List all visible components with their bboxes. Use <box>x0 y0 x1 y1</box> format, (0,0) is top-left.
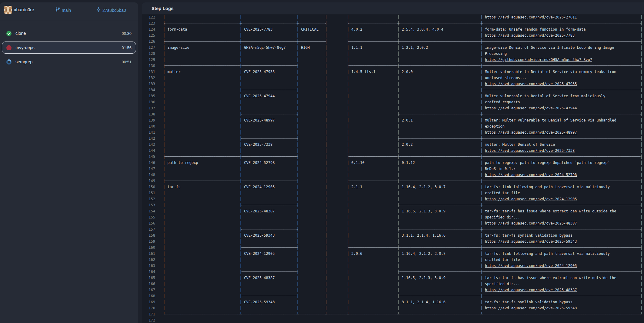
log-line-text: │ │ │ │ │ │ │ exception <box>163 123 642 129</box>
log-line: 141│ │ │ │ │ │ │ https://avd.aquasec.com… <box>142 129 644 135</box>
log-line: 147│ │ │ │ │ │ │ ReDoS in 0.1.x <box>142 166 644 172</box>
log-cell: CVE-2025-48997 <box>244 118 275 122</box>
vuln-link[interactable]: https://avd.aquasec.com/nvd/cve-2025-483… <box>485 221 577 225</box>
log-line: 153│ ├─────────────────────────┤ │ │ ├──… <box>142 202 644 208</box>
log-line-text: │ │ │ │ │ │ │ Processing <box>163 51 642 57</box>
log-line: 157│ ├─────────────────────────┤ │ │ ├──… <box>142 226 644 232</box>
log-cell: tar-fs: tar-fs symlink validation bypass <box>485 233 572 238</box>
step-item-clone[interactable]: clone00:30 <box>2 27 136 39</box>
line-number: 143 <box>142 142 155 148</box>
log-cell: tar-fs <box>167 185 180 189</box>
log-line-text: │ │ CVE-2025-48387 │ │ │ │ 1.16.5, 2.1.3… <box>163 275 642 281</box>
log-line-text: │ ├─────────────────────────┤ │ │ ├─────… <box>163 269 642 275</box>
log-line: 123├──────────────────────────────────┼─… <box>142 20 644 26</box>
log-line: 124│ form-data │ CVE-2025-7783 │ CRITICA… <box>142 26 644 32</box>
log-line: 165│ │ CVE-2025-48387 │ │ │ │ 1.16.5, 2.… <box>142 275 644 281</box>
log-line: 140│ │ │ │ │ │ │ exception <box>142 123 644 129</box>
sidebar-divider <box>0 20 138 20</box>
log-line: 167│ │ │ │ │ │ │ https://avd.aquasec.com… <box>142 287 644 293</box>
line-number: 137 <box>142 105 155 111</box>
log-cell: 3.0.6 <box>351 251 362 256</box>
log-cell: 3.1.1, 2.1.4, 1.16.6 <box>402 233 446 238</box>
line-number: 158 <box>142 232 155 238</box>
vuln-link[interactable]: https://avd.aquasec.com/nvd/cve-2024-527… <box>485 173 577 177</box>
log-line: 134│ ├─────────────────────────┤ │ │ │ ├… <box>142 87 644 93</box>
check-circle-icon <box>6 31 12 36</box>
commit-selector[interactable]: 27a8bd6ba0 <box>96 7 126 13</box>
line-number: 165 <box>142 275 155 281</box>
log-line: 138│ ├─────────────────────────┤ │ │ ├──… <box>142 111 644 117</box>
log-line-text: ├──────────────────────────────────┼────… <box>163 63 642 69</box>
vuln-link[interactable]: https://avd.aquasec.com/nvd/cve-2024-129… <box>485 197 577 201</box>
vuln-link[interactable]: https://avd.aquasec.com/nvd/cve-2025-733… <box>485 148 575 153</box>
log-cell: 0.1.10 <box>351 161 364 165</box>
vuln-link[interactable]: https://avd.aquasec.com/nvd/cve-2025-489… <box>485 130 577 135</box>
vuln-link[interactable]: https://avd.aquasec.com/nvd/cve-2024-129… <box>485 264 577 268</box>
log-line: 148│ │ │ │ │ │ │ https://avd.aquasec.com… <box>142 172 644 178</box>
line-number: 149 <box>142 178 155 184</box>
log-line: 127│ image-size │ GHSA-m5qc-5hw7-8vg7 │ … <box>142 45 644 51</box>
line-number: 157 <box>142 226 155 232</box>
log-cell: tar-fs: tar-fs has issue where extract c… <box>485 276 616 280</box>
log-cell: HIGH <box>301 45 310 50</box>
log-line-text: │ │ │ │ │ │ │ https://github.com/advisor… <box>163 57 642 63</box>
line-number: 124 <box>142 26 155 32</box>
line-number: 171 <box>142 311 155 317</box>
vuln-link[interactable]: https://avd.aquasec.com/nvd/cve-2025-479… <box>485 106 577 110</box>
log-line-text: │ image-size │ GHSA-m5qc-5hw7-8vg7 │ HIG… <box>163 45 642 51</box>
step-item-semgrep[interactable]: semgrep00:51 <box>2 56 136 68</box>
line-number: 133 <box>142 81 155 87</box>
step-duration: 00:51 <box>122 60 132 64</box>
line-number: 131 <box>142 69 155 75</box>
vuln-link[interactable]: https://github.com/advisories/GHSA-m5qc-… <box>485 58 592 62</box>
repo-avatar <box>4 6 12 14</box>
line-number: 152 <box>142 196 155 202</box>
log-line: 131│ multer │ CVE-2025-47935 │ │ │ 1.4.5… <box>142 69 644 75</box>
log-line-text: └──────────────────────────────────┴────… <box>163 311 642 317</box>
line-number: 150 <box>142 184 155 190</box>
vuln-link[interactable]: https://avd.aquasec.com/nvd/cve-2025-479… <box>485 82 577 86</box>
log-cell: multer <box>167 70 180 74</box>
vuln-link[interactable]: https://avd.aquasec.com/nvd/cve-2025-593… <box>485 239 577 244</box>
vuln-link[interactable]: https://avd.aquasec.com/nvd/cve-2025-483… <box>485 288 577 292</box>
line-number: 166 <box>142 281 155 287</box>
log-line-text: │ │ │ │ │ │ │ crafted tar file <box>163 190 642 196</box>
step-name: trivy-deps <box>15 45 122 50</box>
repo-header: xhardc0re main 27a8bd6ba0 <box>0 2 138 20</box>
repo-owner[interactable]: xhardc0re <box>14 7 34 12</box>
log-line: 136│ │ │ │ │ │ │ crafted requests <box>142 99 644 105</box>
vuln-link[interactable]: https://avd.aquasec.com/nvd/cve-2025-593… <box>485 306 577 310</box>
line-number: 164 <box>142 269 155 275</box>
log-cell: multer: Multer vulnerable to Denial of S… <box>485 118 616 122</box>
log-line-text: │ │ CVE-2024-12905 │ │ │ 3.0.6 │ 1.16.4,… <box>163 251 642 257</box>
log-line: 150│ tar-fs │ CVE-2024-12905 │ │ │ 2.1.1… <box>142 184 644 190</box>
log-cell: CVE-2025-48387 <box>244 209 275 213</box>
log-line: 171└──────────────────────────────────┴─… <box>142 311 644 317</box>
step-item-trivy-deps[interactable]: trivy-deps01:56 <box>2 42 136 54</box>
log-line-text: │ │ │ │ │ │ │ https://avd.aquasec.com/nv… <box>163 172 642 178</box>
line-number: 139 <box>142 117 155 123</box>
log-line-text: │ │ CVE-2025-47944 │ │ │ │ │ Multer vuln… <box>163 93 642 99</box>
log-line: 145├──────────────────────────────────┼─… <box>142 154 644 160</box>
branch-selector[interactable]: main <box>55 7 71 13</box>
log-cell: specified dir... <box>485 282 520 286</box>
log-cell: CVE-2025-7338 <box>244 142 272 147</box>
line-number: 148 <box>142 172 155 178</box>
log-line: 163│ │ │ │ │ │ │ https://avd.aquasec.com… <box>142 263 644 269</box>
log-output[interactable]: 122│ │ │ │ │ │ │ https://avd.aquasec.com… <box>142 14 644 323</box>
vuln-link[interactable]: https://avd.aquasec.com/nvd/cve-2025-778… <box>485 33 575 38</box>
log-line-text: │ │ │ │ │ │ │ https://avd.aquasec.com/nv… <box>163 305 642 311</box>
log-cell: CVE-2025-59343 <box>244 300 275 304</box>
log-line-text: │ │ │ │ │ │ │ https://avd.aquasec.com/nv… <box>163 148 642 154</box>
step-name: semgrep <box>15 59 122 64</box>
line-number: 144 <box>142 148 155 154</box>
log-line-text: │ │ │ │ │ │ │ ReDoS in 0.1.x <box>163 166 642 172</box>
log-cell: 1.16.4, 2.1.2, 3.0.7 <box>402 185 446 189</box>
step-logs-header: Step Logs <box>142 2 644 14</box>
log-line-text: │ │ │ │ │ │ │ specified dir... <box>163 214 642 220</box>
log-line: 156│ │ │ │ │ │ │ https://avd.aquasec.com… <box>142 220 644 226</box>
vuln-link[interactable]: https://avd.aquasec.com/nvd/cve-2025-276… <box>485 15 577 19</box>
log-line-text: ├──────────────────────────────────┼────… <box>163 20 642 26</box>
log-cell: unclosed streams... <box>485 76 526 80</box>
log-cell: CVE-2025-7783 <box>244 27 272 32</box>
